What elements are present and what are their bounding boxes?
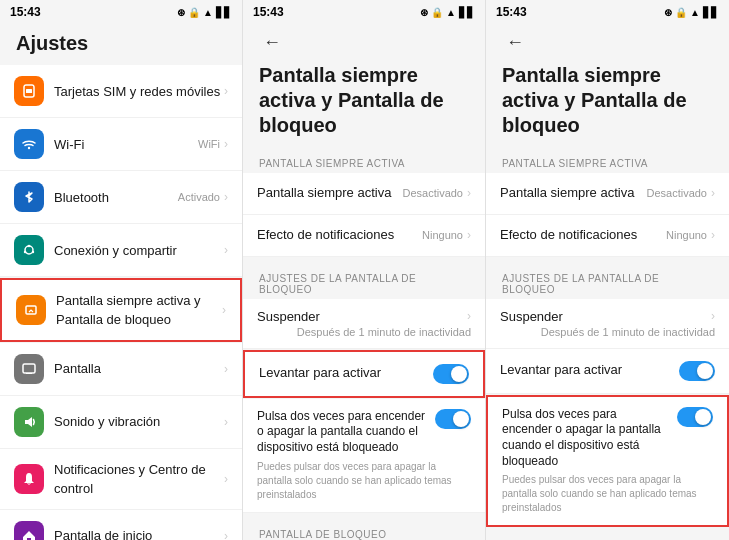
separator-3a bbox=[486, 257, 729, 265]
inicio-icon bbox=[14, 521, 44, 540]
status-icons-1: ⊛ 🔒 ▲ ▋▋ bbox=[177, 7, 232, 18]
settings-item-conexion[interactable]: Conexión y compartir › bbox=[0, 224, 242, 277]
pantalla-siempre-activa-chevron-3: › bbox=[711, 186, 715, 200]
doble-label-2: Pulsa dos veces para encender o apagar l… bbox=[257, 409, 427, 456]
pantalla-right: › bbox=[224, 362, 228, 376]
notif-icon bbox=[14, 464, 44, 494]
wifi-icon-circle bbox=[14, 129, 44, 159]
bt3-icon: ⊛ bbox=[664, 7, 672, 18]
separator-3b bbox=[486, 528, 729, 536]
doble-desc-2: Puedes pulsar dos veces para apagar la p… bbox=[257, 460, 471, 502]
settings-item-bluetooth[interactable]: Bluetooth Activado › bbox=[0, 171, 242, 224]
panel3-title: Pantalla siempre activa y Pantalla de bl… bbox=[486, 55, 729, 150]
row-efecto-notif-2[interactable]: Efecto de notificaciones Ninguno › bbox=[243, 215, 485, 257]
row-efecto-notif-3[interactable]: Efecto de notificaciones Ninguno › bbox=[486, 215, 729, 257]
svg-point-5 bbox=[32, 251, 34, 253]
doble-toggle-3[interactable] bbox=[677, 407, 713, 427]
bluetooth-chevron-icon: › bbox=[224, 190, 228, 204]
conexion-right: › bbox=[224, 243, 228, 257]
row-suspender-3[interactable]: Suspender › Después de 1 minuto de inact… bbox=[486, 299, 729, 349]
sonido-icon bbox=[14, 407, 44, 437]
suspender-chevron-2: › bbox=[467, 309, 471, 323]
sim-chevron-icon: › bbox=[224, 84, 228, 98]
settings-item-inicio[interactable]: Pantalla de inicio › bbox=[0, 510, 242, 540]
efecto-notif-chevron-2: › bbox=[467, 228, 471, 242]
section-pantalla-bloqueo-2: PANTALLA DE BLOQUEO bbox=[243, 521, 485, 540]
svg-rect-1 bbox=[26, 89, 32, 93]
panel3-content: ← Pantalla siempre activa y Pantalla de … bbox=[486, 24, 729, 540]
row-pantalla-siempre-activa-2[interactable]: Pantalla siempre activa Desactivado › bbox=[243, 173, 485, 215]
efecto-notif-value-2: Ninguno bbox=[422, 229, 463, 241]
pantalla-activa-label: Pantalla siempre activa y Pantalla de bl… bbox=[56, 293, 201, 327]
back-button-3[interactable]: ← bbox=[500, 30, 530, 55]
settings-item-sonido[interactable]: Sonido y vibración › bbox=[0, 396, 242, 449]
doble-desc-3: Puedes pulsar dos veces para apagar la p… bbox=[502, 473, 713, 515]
panel2-title: Pantalla siempre activa y Pantalla de bl… bbox=[243, 55, 485, 150]
row-levantar-3[interactable]: Levantar para activar bbox=[486, 349, 729, 394]
efecto-notif-value-3: Ninguno bbox=[666, 229, 707, 241]
settings-item-pantalla-activa[interactable]: Pantalla siempre activa y Pantalla de bl… bbox=[0, 278, 242, 342]
status-bar-3: 15:43 ⊛ 🔒 ▲ ▋▋ bbox=[486, 0, 729, 24]
lock2-icon: 🔒 bbox=[431, 7, 443, 18]
svg-rect-8 bbox=[23, 364, 35, 373]
section-bloqueo-3: AJUSTES DE LA PANTALLA DE BLOQUEO bbox=[486, 265, 729, 299]
row-pantalla-siempre-activa-3[interactable]: Pantalla siempre activa Desactivado › bbox=[486, 173, 729, 215]
pantalla-icon bbox=[14, 354, 44, 384]
panel-settings-list: 15:43 ⊛ 🔒 ▲ ▋▋ Ajustes Tarjetas SIM y re… bbox=[0, 0, 243, 540]
sim-icon bbox=[14, 76, 44, 106]
pantalla-siempre-activa-value-2: Desactivado bbox=[402, 187, 463, 199]
svg-point-6 bbox=[24, 251, 26, 253]
bluetooth-right: Activado › bbox=[178, 190, 228, 204]
section-siempre-activa-2: PANTALLA SIEMPRE ACTIVA bbox=[243, 150, 485, 173]
lock-icon: 🔒 bbox=[188, 7, 200, 18]
inicio-right: › bbox=[224, 529, 228, 540]
levantar-toggle-3[interactable] bbox=[679, 361, 715, 381]
notif-label-container: Notificaciones y Centro de control bbox=[54, 460, 224, 498]
doble-label-3: Pulsa dos veces para encender o apagar l… bbox=[502, 407, 669, 469]
row-doble-3[interactable]: Pulsa dos veces para encender o apagar l… bbox=[486, 395, 729, 527]
section-pantalla-bloqueo-3: PANTALLA DE BLOQUEO bbox=[486, 536, 729, 540]
bluetooth-label: Bluetooth bbox=[54, 190, 109, 205]
settings-item-wifi[interactable]: Wi-Fi WiFi › bbox=[0, 118, 242, 171]
pantalla-label-container: Pantalla bbox=[54, 359, 224, 378]
lock3-icon: 🔒 bbox=[675, 7, 687, 18]
suspender-chevron-3: › bbox=[711, 309, 715, 323]
wifi-right: WiFi › bbox=[198, 137, 228, 151]
suspender-value-2: Después de 1 minuto de inactividad bbox=[257, 326, 471, 338]
pantalla-siempre-activa-value-3: Desactivado bbox=[646, 187, 707, 199]
sim-chevron: › bbox=[224, 84, 228, 98]
row-levantar-2[interactable]: Levantar para activar bbox=[243, 350, 485, 398]
sonido-right: › bbox=[224, 415, 228, 429]
panel-detail-2: 15:43 ⊛ 🔒 ▲ ▋▋ ← Pantalla siempre activa… bbox=[243, 0, 486, 540]
svg-point-2 bbox=[28, 147, 30, 149]
settings-item-sim[interactable]: Tarjetas SIM y redes móviles › bbox=[0, 65, 242, 118]
doble-toggle-2[interactable] bbox=[435, 409, 471, 429]
settings-list: Tarjetas SIM y redes móviles › Wi-Fi WiF… bbox=[0, 65, 242, 540]
inicio-chevron-icon: › bbox=[224, 529, 228, 540]
bluetooth-icon: ⊛ bbox=[177, 7, 185, 18]
inicio-label-container: Pantalla de inicio bbox=[54, 526, 224, 540]
row-doble-2[interactable]: Pulsa dos veces para encender o apagar l… bbox=[243, 399, 485, 513]
suspender-label-3: Suspender bbox=[500, 309, 563, 324]
bluetooth-value: Activado bbox=[178, 191, 220, 203]
status-icons-2: ⊛ 🔒 ▲ ▋▋ bbox=[420, 7, 475, 18]
bluetooth-icon-circle bbox=[14, 182, 44, 212]
settings-item-pantalla[interactable]: Pantalla › bbox=[0, 343, 242, 396]
separator-2b bbox=[243, 513, 485, 521]
row-suspender-2[interactable]: Suspender › Después de 1 minuto de inact… bbox=[243, 299, 485, 349]
inicio-label: Pantalla de inicio bbox=[54, 528, 152, 540]
suspender-label-2: Suspender bbox=[257, 309, 320, 324]
panel2-content: ← Pantalla siempre activa y Pantalla de … bbox=[243, 24, 485, 540]
back-button-2[interactable]: ← bbox=[257, 30, 287, 55]
wifi3-icon: ▲ bbox=[690, 7, 700, 18]
sim-label: Tarjetas SIM y redes móviles bbox=[54, 84, 220, 99]
status-bar-2: 15:43 ⊛ 🔒 ▲ ▋▋ bbox=[243, 0, 485, 24]
time-1: 15:43 bbox=[10, 5, 41, 19]
notif-chevron-icon: › bbox=[224, 472, 228, 486]
settings-item-notif[interactable]: Notificaciones y Centro de control › bbox=[0, 449, 242, 510]
signal2-icon: ▋▋ bbox=[459, 7, 475, 18]
levantar-toggle-2[interactable] bbox=[433, 364, 469, 384]
efecto-notif-label-3: Efecto de notificaciones bbox=[500, 227, 666, 244]
bluetooth-label-container: Bluetooth bbox=[54, 188, 178, 207]
pantalla-activa-right: › bbox=[222, 303, 226, 317]
